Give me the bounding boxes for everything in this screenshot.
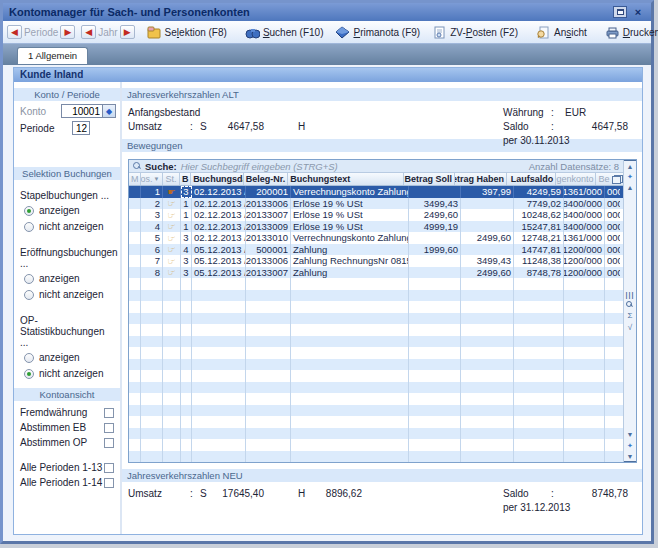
search-icon bbox=[133, 162, 141, 170]
group-title: OP-Statistikbuchungen ... bbox=[20, 315, 114, 348]
section-jvz-neu: Jahresverkehrszahlen NEU bbox=[122, 469, 642, 482]
periode-prev-button[interactable]: ◀ bbox=[7, 25, 22, 39]
radio-option[interactable]: nicht anzeigen bbox=[24, 221, 114, 232]
colon: : bbox=[190, 107, 200, 118]
jahr-next-button[interactable]: ▶ bbox=[120, 25, 135, 39]
suchen-button-label: Suchen (F10) bbox=[263, 27, 324, 38]
scroll-up-icon[interactable]: ▲ bbox=[624, 182, 636, 193]
column-header-pos[interactable]: Pos.▼ bbox=[141, 173, 163, 185]
tab-allgemein[interactable]: 1 Allgemein bbox=[17, 47, 88, 64]
grid-sum-icon[interactable]: Σ bbox=[628, 311, 633, 320]
periode-next-button[interactable]: ▶ bbox=[60, 25, 75, 39]
checkbox-icon[interactable] bbox=[104, 463, 114, 473]
scroll-down-icon[interactable]: ▼ bbox=[624, 429, 636, 440]
radio-icon[interactable] bbox=[24, 353, 34, 363]
column-header-beleg-nr[interactable]: Beleg-Nr. bbox=[244, 173, 288, 185]
colon: : bbox=[551, 488, 565, 499]
umsatz-neu-haben: 8896,62 bbox=[310, 488, 362, 499]
table-row[interactable]: 8☞305.12.2013 /Do20133007Zahlung2499,608… bbox=[129, 267, 623, 279]
column-header-be[interactable]: Be bbox=[596, 173, 611, 185]
empty-row bbox=[129, 416, 623, 428]
radio-option[interactable]: anzeigen bbox=[24, 352, 114, 363]
selektion-button[interactable]: Selektion (F8) bbox=[141, 23, 233, 42]
radio-label: nicht anzeigen bbox=[39, 289, 104, 300]
radio-icon[interactable] bbox=[24, 274, 34, 284]
drucken-button[interactable]: Drucken bbox=[599, 23, 658, 42]
column-header-buchungstext[interactable]: Buchungstext bbox=[288, 173, 404, 185]
hand-outline-icon: ☞ bbox=[167, 221, 175, 231]
column-header-laufsaldo[interactable]: Laufsaldo bbox=[507, 173, 556, 185]
periode-input[interactable] bbox=[72, 121, 90, 135]
column-header-b[interactable]: B bbox=[180, 173, 191, 185]
primanota-button[interactable]: Primanota (F9) bbox=[329, 23, 426, 42]
table-row[interactable]: 1☛302.12.2013 /Mo200001Verrechnungskonto… bbox=[129, 186, 623, 198]
periode-field-label: Periode bbox=[20, 123, 72, 134]
radio-option[interactable]: anzeigen bbox=[24, 205, 114, 216]
table-row[interactable]: 5☞302.12.2013 /Mo20133010Verrechnungskon… bbox=[129, 232, 623, 244]
ansicht-button[interactable]: Ansicht bbox=[530, 23, 593, 42]
radio-option[interactable]: nicht anzeigen bbox=[24, 368, 114, 379]
suchen-button[interactable]: Suchen (F10) bbox=[239, 23, 330, 42]
table-row[interactable]: 4☞102.12.2013 /Mo20133009Erlöse 19 % USt… bbox=[129, 221, 623, 233]
radio-label: anzeigen bbox=[39, 273, 80, 284]
column-chooser-icon[interactable] bbox=[612, 175, 623, 184]
scroll-diamond-down-icon[interactable]: ✦ bbox=[624, 440, 636, 451]
checkbox-fremdwaehrung[interactable]: Fremdwährung bbox=[14, 405, 120, 420]
colon: : bbox=[190, 121, 200, 132]
column-header-buchungsdatum[interactable]: Buchungsdatum bbox=[191, 173, 244, 185]
search-placeholder[interactable]: Hier Suchbegriff eingeben (STRG+S) bbox=[181, 161, 525, 172]
empty-row bbox=[129, 324, 623, 336]
empty-row bbox=[129, 278, 623, 290]
column-header-st[interactable]: St. bbox=[163, 173, 181, 185]
grid-columns-icon[interactable]: ||| bbox=[626, 291, 635, 298]
checkbox-abstimmen-eb[interactable]: Abstimmen EB bbox=[14, 420, 120, 435]
empty-row bbox=[129, 347, 623, 359]
content-area: Kunde Inland Konto / Periode Konto ◆ Per… bbox=[3, 65, 651, 541]
column-header-m[interactable]: M bbox=[129, 173, 141, 185]
checkbox-icon[interactable] bbox=[104, 423, 114, 433]
empty-row bbox=[129, 301, 623, 313]
column-header-betrag-haben[interactable]: Betrag Haben bbox=[455, 173, 507, 185]
tab-strip: 1 Allgemein bbox=[3, 44, 651, 65]
jahr-prev-button[interactable]: ◀ bbox=[81, 25, 96, 39]
saldo-neu-value: 8748,78 bbox=[565, 488, 628, 499]
grid-check-icon[interactable]: √ bbox=[628, 323, 632, 332]
checkbox-icon[interactable] bbox=[104, 478, 114, 488]
table-row[interactable]: 2☞102.12.2013 /Mo20133006Erlöse 19 % USt… bbox=[129, 198, 623, 210]
grid-body: 1☛302.12.2013 /Mo200001Verrechnungskonto… bbox=[129, 186, 623, 462]
ansicht-button-label: Ansicht bbox=[554, 27, 587, 38]
jvz-alt-block: Anfangsbestand : Umsatz : S 4647,58 H bbox=[122, 101, 642, 139]
column-header-betrag-soll[interactable]: Betrag Soll bbox=[404, 173, 455, 185]
radio-option[interactable]: anzeigen bbox=[24, 273, 114, 284]
scroll-top-icon[interactable]: ▲ bbox=[624, 160, 636, 171]
zv-posten-button[interactable]: ZV-Posten (F2) bbox=[426, 23, 524, 42]
close-button[interactable]: × bbox=[631, 6, 645, 18]
saldo-alt-value: 4647,58 bbox=[565, 121, 628, 132]
radio-option[interactable]: nicht anzeigen bbox=[24, 289, 114, 300]
konto-input[interactable] bbox=[61, 104, 103, 118]
column-header-gegenkonto[interactable]: Gegenkonto bbox=[556, 173, 596, 185]
table-row[interactable]: 6☞405.12.2013 /Do500001Zahlung1999,60147… bbox=[129, 244, 623, 256]
checkbox-alle-perioden-13[interactable]: Alle Perioden 1-13 bbox=[14, 460, 120, 475]
drucken-button-label: Drucken bbox=[623, 27, 658, 38]
radio-icon[interactable] bbox=[24, 369, 34, 379]
magnifier-document-icon bbox=[536, 26, 551, 39]
table-row[interactable]: 7☞305.12.2013 /Do20133006Zahlung Rechnun… bbox=[129, 255, 623, 267]
restore-button[interactable] bbox=[613, 6, 627, 18]
checkbox-icon[interactable] bbox=[104, 438, 114, 448]
grid-search-bar[interactable]: Suche: Hier Suchbegriff eingeben (STRG+S… bbox=[129, 160, 623, 173]
umsatz-alt-value: 4647,58 bbox=[212, 121, 264, 132]
checkbox-alle-perioden-14[interactable]: Alle Perioden 1-14 bbox=[14, 475, 120, 490]
konto-lookup-button[interactable]: ◆ bbox=[103, 104, 116, 118]
selection-folder-icon bbox=[147, 26, 162, 39]
radio-icon[interactable] bbox=[24, 222, 34, 232]
checkbox-icon[interactable] bbox=[104, 408, 114, 418]
checkbox-abstimmen-op[interactable]: Abstimmen OP bbox=[14, 435, 120, 450]
empty-row bbox=[129, 290, 623, 302]
table-row[interactable]: 3☞102.12.2013 /Mo20133007Erlöse 19 % USt… bbox=[129, 209, 623, 221]
radio-icon[interactable] bbox=[24, 290, 34, 300]
radio-icon[interactable] bbox=[24, 206, 34, 216]
scroll-bottom-icon[interactable]: ▼ bbox=[624, 451, 636, 462]
scroll-diamond-up-icon[interactable]: ✦ bbox=[624, 171, 636, 182]
grid-search-icon[interactable] bbox=[626, 301, 633, 308]
